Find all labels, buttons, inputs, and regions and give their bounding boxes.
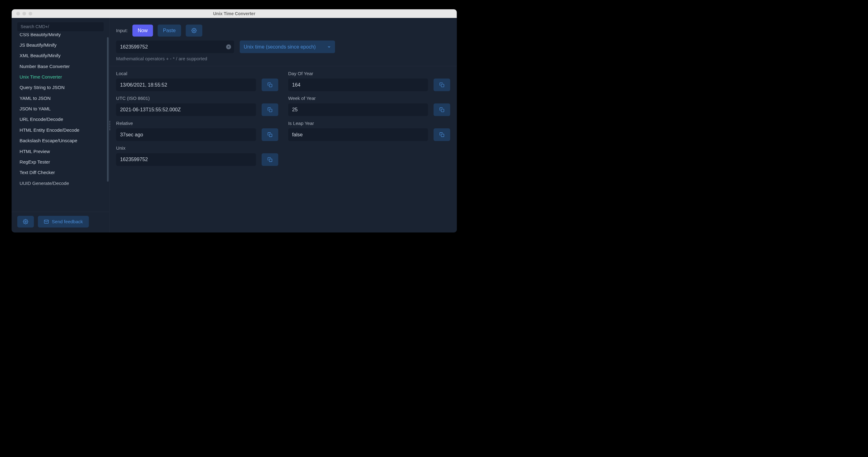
sidebar-item[interactable]: URL Encode/Decode	[17, 114, 106, 125]
gear-icon	[191, 28, 197, 33]
sidebar-item[interactable]: CSS Beautify/Minify	[17, 33, 106, 40]
sidebar-item[interactable]: YAML to JSON	[17, 93, 106, 104]
copy-icon	[267, 82, 272, 87]
timestamp-input-wrapper	[116, 40, 234, 53]
app-window: Unix Time Converter CSS Beautify/MinifyJ…	[12, 9, 457, 232]
traffic-lights	[17, 12, 32, 15]
send-feedback-label: Send feedback	[52, 219, 83, 224]
field-day-of-year: Day Of Year 164	[288, 71, 450, 91]
window-title: Unix Time Converter	[213, 11, 255, 17]
copy-local-button[interactable]	[262, 78, 278, 91]
field-week-of-year: Week of Year 25	[288, 96, 450, 116]
maximize-window-button[interactable]	[28, 12, 32, 15]
svg-rect-9	[441, 134, 444, 137]
now-button[interactable]: Now	[132, 25, 153, 36]
copy-icon	[267, 157, 272, 162]
input-label: Input:	[116, 28, 128, 33]
copy-icon	[439, 132, 444, 137]
field-value-utc: 2021-06-13T15:55:52.000Z	[116, 104, 256, 116]
search-input[interactable]	[17, 22, 104, 31]
field-label-relative: Relative	[116, 121, 278, 126]
divider	[110, 66, 457, 66]
titlebar: Unix Time Converter	[12, 9, 457, 18]
svg-point-0	[25, 221, 26, 222]
sidebar-resize-handle[interactable]	[109, 121, 111, 130]
field-utc: UTC (ISO 8601) 2021-06-13T15:55:52.000Z	[116, 96, 278, 116]
copy-icon	[267, 132, 272, 137]
sidebar-item[interactable]: Backslash Escape/Unscape	[17, 135, 106, 146]
close-window-button[interactable]	[17, 12, 20, 15]
clear-input-button[interactable]	[226, 44, 231, 49]
sidebar-item[interactable]: JS Beautify/Minify	[17, 40, 106, 51]
svg-rect-3	[269, 84, 272, 87]
field-label-day-of-year: Day Of Year	[288, 71, 450, 76]
gear-icon	[23, 219, 28, 224]
sidebar-item[interactable]: Unix Time Converter	[17, 72, 106, 82]
timestamp-input[interactable]	[116, 40, 234, 53]
sidebar-footer: Send feedback	[12, 212, 110, 232]
copy-icon	[439, 82, 444, 87]
field-value-unix: 1623599752	[116, 153, 256, 166]
svg-point-2	[193, 30, 194, 31]
main-content: Input: Now Paste Unix time (seconds sinc…	[110, 18, 457, 232]
sidebar-item[interactable]: HTML Entity Encode/Decode	[17, 125, 106, 135]
field-value-local: 13/06/2021, 18:55:52	[116, 78, 256, 91]
sidebar-item[interactable]: HTML Preview	[17, 146, 106, 157]
sidebar-item[interactable]: Text Diff Checker	[17, 167, 106, 178]
svg-rect-4	[269, 109, 272, 112]
x-icon	[227, 46, 230, 48]
sidebar-item[interactable]: Query String to JSON	[17, 82, 106, 93]
input-settings-button[interactable]	[186, 25, 202, 36]
copy-icon	[267, 107, 272, 112]
input-hint: Mathematical operators + - * / are suppo…	[110, 56, 457, 66]
field-value-week-of-year: 25	[288, 104, 428, 116]
send-feedback-button[interactable]: Send feedback	[38, 216, 89, 228]
copy-relative-button[interactable]	[262, 128, 278, 141]
field-value-relative: 37sec ago	[116, 128, 256, 141]
sidebar: CSS Beautify/MinifyJS Beautify/MinifyXML…	[12, 18, 110, 232]
copy-week-of-year-button[interactable]	[434, 104, 451, 116]
chevron-down-icon	[327, 45, 331, 49]
field-label-local: Local	[116, 71, 278, 76]
field-label-leap-year: Is Leap Year	[288, 121, 450, 126]
svg-rect-7	[441, 84, 444, 87]
sidebar-item[interactable]: JSON to YAML	[17, 104, 106, 114]
sidebar-item[interactable]: XML Beautify/Minify	[17, 51, 106, 61]
field-leap-year: Is Leap Year false	[288, 121, 450, 141]
field-label-week-of-year: Week of Year	[288, 96, 450, 101]
results-grid: Local 13/06/2021, 18:55:52 UTC (ISO 8601…	[110, 71, 457, 170]
copy-leap-year-button[interactable]	[434, 128, 451, 141]
format-dropdown[interactable]: Unix time (seconds since epoch)	[240, 40, 335, 53]
svg-rect-5	[269, 134, 272, 137]
field-label-utc: UTC (ISO 8601)	[116, 96, 278, 101]
sidebar-item[interactable]: UUID Generate/Decode	[17, 178, 106, 189]
minimize-window-button[interactable]	[22, 12, 26, 15]
svg-rect-8	[441, 109, 444, 112]
field-relative: Relative 37sec ago	[116, 121, 278, 141]
sidebar-nav: CSS Beautify/MinifyJS Beautify/MinifyXML…	[12, 33, 110, 211]
copy-icon	[439, 107, 444, 112]
svg-rect-6	[269, 159, 272, 162]
settings-button[interactable]	[17, 216, 34, 228]
field-unix: Unix 1623599752	[116, 145, 278, 166]
input-toolbar: Input: Now Paste	[110, 18, 457, 40]
copy-unix-button[interactable]	[262, 153, 278, 166]
format-selected-label: Unix time (seconds since epoch)	[244, 44, 316, 50]
paste-button[interactable]: Paste	[158, 25, 181, 36]
sidebar-scrollbar[interactable]	[107, 37, 108, 211]
field-value-leap-year: false	[288, 128, 428, 141]
copy-day-of-year-button[interactable]	[434, 78, 451, 91]
sidebar-item[interactable]: RegExp Tester	[17, 157, 106, 167]
mail-icon	[44, 219, 49, 224]
field-label-unix: Unix	[116, 145, 278, 151]
copy-utc-button[interactable]	[262, 104, 278, 116]
sidebar-item[interactable]: Number Base Converter	[17, 61, 106, 72]
field-local: Local 13/06/2021, 18:55:52	[116, 71, 278, 91]
field-value-day-of-year: 164	[288, 78, 428, 91]
